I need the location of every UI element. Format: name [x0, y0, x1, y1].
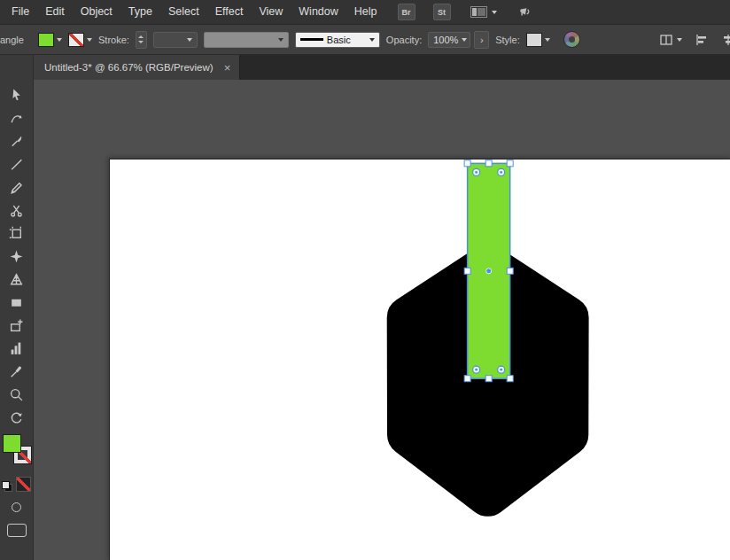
fill-color-control[interactable]	[38, 33, 62, 47]
chevron-down-icon	[545, 38, 550, 42]
align-left-icon[interactable]	[695, 33, 709, 47]
fill-color-box[interactable]	[3, 434, 21, 453]
recolor-artwork-icon[interactable]	[563, 31, 580, 48]
style-swatch	[526, 33, 542, 47]
selection-center-point[interactable]	[486, 268, 492, 274]
shaper-tool[interactable]	[7, 246, 27, 266]
arrange-documents-icon	[659, 33, 673, 47]
rectangle-tool[interactable]	[7, 292, 27, 312]
menu-window[interactable]: Window	[291, 0, 346, 24]
stroke-label: Stroke:	[98, 35, 129, 45]
brush-definition-combo[interactable]: Basic	[295, 32, 380, 48]
fill-swatch	[38, 33, 54, 47]
none-color-button[interactable]	[16, 477, 31, 492]
control-bar: angle Stroke: Basic Opacity: 100%	[0, 25, 730, 55]
chevron-down-icon	[87, 38, 92, 42]
menu-view[interactable]: View	[251, 0, 291, 24]
menu-select[interactable]: Select	[160, 0, 207, 24]
column-graph-tool[interactable]	[7, 338, 27, 358]
menu-object[interactable]: Object	[73, 0, 120, 24]
step-up-icon	[138, 35, 144, 38]
graphic-style-combo[interactable]	[526, 33, 550, 47]
stock-badge-icon[interactable]: St	[433, 4, 451, 20]
eyedropper-tool[interactable]	[7, 362, 27, 381]
stroke-weight-stepper[interactable]	[136, 31, 147, 49]
brush-name: Basic	[327, 35, 351, 45]
step-down-icon	[138, 41, 144, 43]
document-title: Untitled-3* @ 66.67% (RGB/Preview)	[44, 62, 214, 73]
opacity-panel-button[interactable]: ›	[474, 31, 489, 49]
menu-effect[interactable]: Effect	[207, 0, 252, 24]
opacity-combo[interactable]: 100%	[428, 32, 470, 48]
scissors-tool[interactable]	[7, 200, 27, 220]
document-tab[interactable]: Untitled-3* @ 66.67% (RGB/Preview) ×	[34, 55, 240, 80]
chevron-down-icon	[677, 38, 682, 42]
share-megaphone-icon[interactable]	[518, 5, 533, 19]
tools-panel	[0, 55, 34, 560]
opacity-label: Opacity:	[386, 35, 422, 45]
zoom-tool[interactable]	[7, 385, 27, 404]
menu-edit[interactable]: Edit	[37, 0, 73, 24]
stroke-weight-combo[interactable]	[153, 32, 198, 48]
style-label: Style:	[495, 35, 520, 45]
opacity-value: 100%	[433, 35, 458, 45]
perspective-grid-tool[interactable]	[7, 269, 27, 289]
artboard-tool[interactable]	[7, 223, 27, 243]
chevron-down-icon	[278, 38, 283, 42]
menu-bar: File Edit Object Type Select Effect View…	[0, 0, 730, 25]
stroke-none-swatch	[68, 33, 84, 47]
workspace-switcher[interactable]	[470, 6, 497, 18]
fill-stroke-indicator[interactable]	[2, 434, 32, 466]
width-profile-combo[interactable]	[204, 32, 289, 48]
canvas[interactable]	[34, 80, 730, 560]
chevron-down-icon	[57, 38, 62, 42]
selected-object-label: angle	[0, 35, 32, 45]
illustrator-window: File Edit Object Type Select Effect View…	[0, 0, 730, 560]
rotate-view-tool[interactable]	[7, 408, 27, 427]
close-tab-icon[interactable]: ×	[224, 62, 231, 74]
brush-stroke-preview	[300, 38, 323, 41]
chevron-down-icon	[187, 38, 192, 42]
pencil-tool[interactable]	[7, 177, 27, 197]
menu-type[interactable]: Type	[120, 0, 160, 24]
screen-mode-button[interactable]	[7, 524, 27, 537]
chevron-down-icon	[369, 38, 375, 42]
arrange-documents-control[interactable]	[659, 33, 682, 47]
align-center-icon[interactable]	[721, 33, 730, 47]
document-tab-bar: Untitled-3* @ 66.67% (RGB/Preview) ×	[34, 55, 730, 80]
bridge-badge-icon[interactable]: Br	[398, 4, 415, 20]
shape-builder-tool[interactable]	[7, 315, 27, 335]
menu-help[interactable]: Help	[346, 0, 385, 24]
curvature-tool[interactable]	[7, 108, 27, 128]
artwork-layer	[34, 80, 730, 560]
line-segment-tool[interactable]	[7, 154, 27, 174]
gradient-button[interactable]	[12, 502, 21, 512]
chevron-down-icon	[492, 11, 497, 14]
menu-file[interactable]: File	[4, 0, 37, 24]
selection-tool[interactable]	[7, 85, 27, 105]
stroke-color-control[interactable]	[68, 33, 92, 47]
paintbrush-tool[interactable]	[7, 131, 27, 151]
chevron-down-icon	[462, 38, 467, 42]
workspace-icon	[470, 6, 487, 18]
default-fill-stroke-icon[interactable]	[2, 481, 12, 492]
